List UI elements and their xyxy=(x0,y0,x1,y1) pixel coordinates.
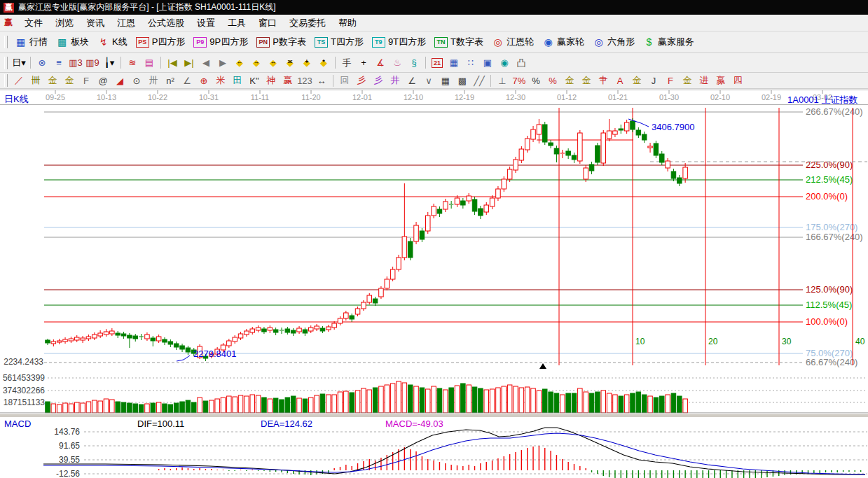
gann-expand-icon[interactable]: ◆↔ xyxy=(266,55,281,70)
fan-red-icon[interactable]: 彡 xyxy=(354,73,369,88)
menu-item-8[interactable]: 交易委托 xyxy=(283,16,332,29)
angle-a-icon[interactable]: ∠ xyxy=(179,73,195,88)
k-quote-icon[interactable]: K" xyxy=(247,73,262,88)
web-red-icon[interactable]: 米 xyxy=(213,73,228,88)
toolbar-grip[interactable] xyxy=(4,57,8,69)
ying-icon[interactable]: 赢 xyxy=(280,73,296,88)
menu-item-2[interactable]: 资讯 xyxy=(80,16,111,29)
gann-compress-icon[interactable]: ◆≍ xyxy=(282,55,298,70)
grid-comb-icon[interactable]: 卌 xyxy=(28,73,43,88)
pattern-red-icon[interactable]: ≋ xyxy=(125,55,140,70)
menu-item-3[interactable]: 江恩 xyxy=(111,16,142,29)
f-grid-icon[interactable]: F xyxy=(78,73,94,88)
chart9-icon[interactable]: ▥9 xyxy=(85,55,100,70)
calculator-icon[interactable]: ▦ xyxy=(446,55,462,70)
toolbar-button-gann-wheel[interactable]: ◎江恩轮 xyxy=(488,34,538,50)
gann-burst-icon[interactable]: ◆* xyxy=(316,55,331,70)
frame-icon[interactable]: 回 xyxy=(337,73,352,88)
toolbar-button-winner-wheel[interactable]: ◉赢家轮 xyxy=(538,34,588,50)
menu-item-7[interactable]: 窗口 xyxy=(252,16,283,29)
chart-canvas[interactable]: 09-2510-1310-2210-3111-1111-2012-0112-10… xyxy=(0,89,868,478)
last-bar-icon[interactable]: ▶| xyxy=(181,55,197,70)
menu-item-0[interactable]: 文件 xyxy=(18,16,49,29)
measure-icon[interactable]: ⊥ xyxy=(495,73,510,88)
kline-style-dropdown-icon[interactable]: ╽▾ xyxy=(102,55,117,70)
band-tool-icon[interactable]: ♨ xyxy=(390,55,405,70)
slant-icon[interactable]: ╱╱ xyxy=(471,73,487,88)
toolbar-button-kline[interactable]: ↯K线 xyxy=(93,34,132,50)
wave-pattern-icon[interactable]: § xyxy=(406,55,422,70)
cycle-circle-icon[interactable]: ⊙ xyxy=(129,73,144,88)
save-icon[interactable]: ▣ xyxy=(480,55,495,70)
grid2-icon[interactable]: ▩ xyxy=(455,73,470,88)
gold-line-icon[interactable]: 金 xyxy=(579,73,594,88)
gann-shift-left-icon[interactable]: ◆← xyxy=(232,55,247,70)
pct-line-icon[interactable]: % xyxy=(545,73,560,88)
toolbar-button-9t-square[interactable]: T99T四方形 xyxy=(368,34,430,50)
notes-icon[interactable]: ∷ xyxy=(463,55,478,70)
pct-icon[interactable]: % xyxy=(528,73,544,88)
wave-a-icon[interactable]: A xyxy=(612,73,628,88)
menu-item-5[interactable]: 设置 xyxy=(191,16,221,29)
v-lines-icon[interactable]: ∨ xyxy=(421,73,436,88)
histogram-icon[interactable]: ▤ xyxy=(142,55,157,70)
document-icon[interactable]: ≡ xyxy=(51,55,67,70)
toolbar-button-t-square[interactable]: TST四方形 xyxy=(310,34,368,50)
pan-hand-icon[interactable]: 手 xyxy=(339,55,354,70)
fan-box-icon[interactable]: 彡 xyxy=(371,73,386,88)
ying-box-icon[interactable]: 蠃 xyxy=(713,73,729,88)
kline-chart[interactable]: 09-2510-1310-2210-3111-1111-2012-0112-10… xyxy=(0,89,868,478)
gold-line2-icon[interactable]: 金 xyxy=(629,73,645,88)
gold-angle-icon[interactable]: 金 xyxy=(680,73,695,88)
period-day-dropdown-icon[interactable]: 日▾ xyxy=(11,55,27,70)
gold-circle-icon[interactable]: 金 xyxy=(562,73,577,88)
angle-lines-icon[interactable]: ∠ xyxy=(404,73,420,88)
target-red-icon[interactable]: ⊕ xyxy=(196,73,212,88)
si-angle-icon[interactable]: 四 xyxy=(730,73,745,88)
menu-item-6[interactable]: 工具 xyxy=(221,16,252,29)
draw-knife-icon[interactable]: ／ xyxy=(11,73,27,88)
calendar-icon[interactable]: 21 xyxy=(429,55,445,70)
pct7-icon[interactable]: 7% xyxy=(511,73,527,88)
next-bar-icon[interactable]: ▶ xyxy=(215,55,230,70)
j-angle-icon[interactable]: J xyxy=(646,73,661,88)
gann-gold2-icon[interactable]: 金 xyxy=(62,73,77,88)
toolbar-grip[interactable] xyxy=(4,36,8,48)
chart3-icon[interactable]: ▥3 xyxy=(68,55,83,70)
toolbar-button-quotes[interactable]: ▦行情 xyxy=(11,34,52,50)
flag-pen-icon[interactable]: 肀 xyxy=(595,73,611,88)
toolbar-grip[interactable] xyxy=(4,74,8,87)
spiral-icon[interactable]: @ xyxy=(95,73,111,88)
gann-gold1-icon[interactable]: 金 xyxy=(45,73,60,88)
marker-icon[interactable]: ◢ xyxy=(112,73,128,88)
prev-bar-icon[interactable]: ◀ xyxy=(198,55,214,70)
network-icon[interactable]: ⊗ xyxy=(34,55,50,70)
toolbar-button-p-table[interactable]: PNP数字表 xyxy=(252,34,310,50)
toolbar-button-sectors[interactable]: ▩板块 xyxy=(52,34,93,50)
menu-item-1[interactable]: 浏览 xyxy=(49,16,80,29)
web-icon[interactable]: ◉ xyxy=(497,55,512,70)
jin-angle-icon[interactable]: 进 xyxy=(696,73,712,88)
span-icon[interactable]: ↔ xyxy=(314,73,329,88)
n-squared-icon[interactable]: n² xyxy=(163,73,178,88)
crosshair-icon[interactable]: + xyxy=(356,55,371,70)
print-icon[interactable]: 凸 xyxy=(514,55,529,70)
toolbar-button-winner-service[interactable]: $赢家服务 xyxy=(639,34,698,50)
comb2-icon[interactable]: 卅 xyxy=(146,73,161,88)
f-angle-icon[interactable]: F xyxy=(663,73,678,88)
menu-item-9[interactable]: 帮助 xyxy=(332,16,363,29)
toolbar-button-9p-square[interactable]: P99P四方形 xyxy=(189,34,252,50)
grid1-icon[interactable]: ▦ xyxy=(438,73,453,88)
web-purple-icon[interactable]: 井 xyxy=(387,73,403,88)
toolbar-button-p-square[interactable]: PSP四方形 xyxy=(132,34,190,50)
gann-shift-right-icon[interactable]: ◆→ xyxy=(249,55,264,70)
web-box-icon[interactable]: 田 xyxy=(230,73,245,88)
toolbar-button-t-table[interactable]: TNT数字表 xyxy=(430,34,488,50)
menu-item-4[interactable]: 公式选股 xyxy=(142,16,191,29)
shen-icon[interactable]: 神 xyxy=(263,73,279,88)
angle-measure-icon[interactable]: ∡ xyxy=(373,55,388,70)
toolbar-button-hexagon[interactable]: ◎六角形 xyxy=(588,34,639,50)
ruler123-icon[interactable]: 123 xyxy=(297,73,312,88)
gann-add-icon[interactable]: ◆+ xyxy=(299,55,315,70)
first-bar-icon[interactable]: |◀ xyxy=(165,55,180,70)
